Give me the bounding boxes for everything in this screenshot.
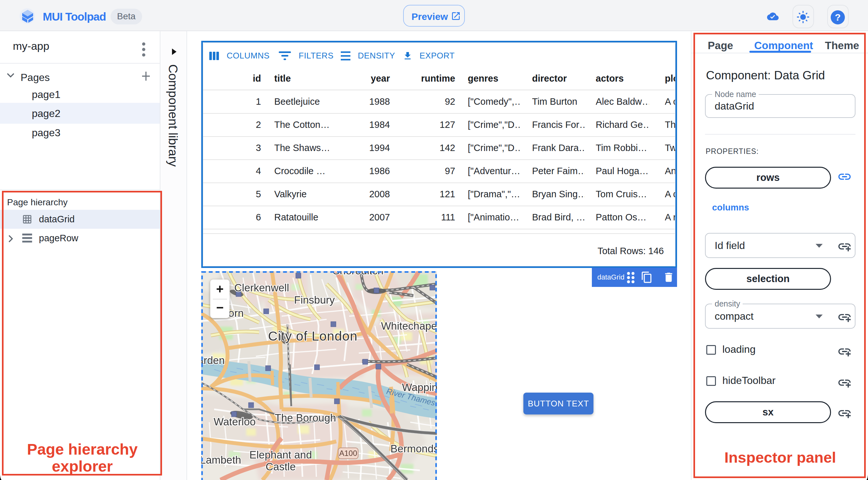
svg-text:Elephant and: Elephant and — [249, 449, 312, 461]
svg-text:City of London: City of London — [268, 329, 358, 344]
svg-text:Castle: Castle — [266, 461, 296, 473]
svg-text:Bermondse: Bermondse — [391, 443, 437, 455]
svg-text:Clerkenwell: Clerkenwell — [235, 282, 289, 294]
svg-text:arden: arden — [201, 354, 225, 366]
svg-text:Lambeth: Lambeth — [201, 454, 241, 466]
svg-text:The Borough: The Borough — [275, 412, 336, 424]
svg-text:Finsbury: Finsbury — [294, 294, 335, 306]
svg-text:Whitechapel: Whitechapel — [381, 320, 437, 332]
svg-text:Waterloo: Waterloo — [214, 416, 256, 428]
svg-text:A100: A100 — [339, 449, 357, 457]
